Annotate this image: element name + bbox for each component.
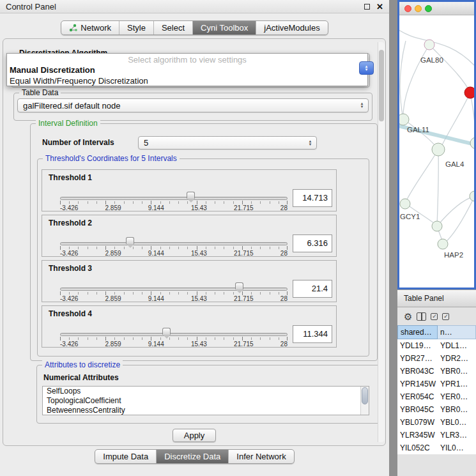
table-row[interactable]: YIL052C YIL0… <box>397 441 476 454</box>
threshold-label: Threshold 3 <box>49 264 92 273</box>
panel-scrollbar-thumb[interactable] <box>379 50 384 121</box>
attribute-list-item[interactable]: SelfLoops <box>43 387 369 396</box>
algorithm-dropdown-placeholder: Select algorithm to view settings <box>7 54 367 65</box>
threshold-slider[interactable]: -3.426 2.859 9.144 15.43 21.715 <box>60 284 288 303</box>
close-traffic-light-icon[interactable] <box>404 5 411 12</box>
attributes-group: Attributes to discretize Numerical Attri… <box>36 365 381 424</box>
slider-track[interactable] <box>60 242 288 245</box>
node[interactable] <box>399 114 409 125</box>
slider-scale-label: 21.715 <box>234 204 254 211</box>
slider-scale-label: -3.426 <box>60 204 78 211</box>
tab-cyni-toolbox[interactable]: Cyni Toolbox <box>192 21 256 35</box>
tab-select[interactable]: Select <box>153 21 192 35</box>
slider-scale-label: 28 <box>280 204 288 211</box>
threshold-slider-thumb[interactable] <box>126 237 134 248</box>
slider-ticks <box>60 292 288 295</box>
node-label-gal11: GAL11 <box>407 126 429 134</box>
top-tab-bar: Network Style Select Cyni Toolbox jActiv… <box>0 20 389 35</box>
threshold-slider-thumb[interactable] <box>187 192 195 203</box>
threshold-slider-thumb[interactable] <box>162 328 171 339</box>
cyni-toolbox-panel: Discretization Algorithm Select algorith… <box>3 38 386 446</box>
table-row[interactable]: YBR043C YBR0… <box>397 365 476 378</box>
threshold-slider[interactable]: -3.426 2.859 9.144 15.43 21.715 <box>60 238 288 257</box>
node[interactable] <box>432 221 442 231</box>
table-row[interactable]: YBL079W YBL0… <box>397 416 476 429</box>
table-row[interactable]: YER054C YER0… <box>397 390 476 403</box>
slider-scale-label: -3.426 <box>60 295 78 302</box>
tab-style[interactable]: Style <box>119 21 153 35</box>
node[interactable] <box>432 143 445 156</box>
gear-icon[interactable]: ⚙ <box>404 312 412 321</box>
slider-scale: -3.426 2.859 9.144 15.43 21.715 <box>60 295 288 302</box>
threshold-slider[interactable]: -3.426 2.859 9.144 15.43 21.715 <box>60 329 288 348</box>
thresholds-group-title: Threshold's Coordinates for 5 Intervals <box>43 154 180 163</box>
threshold-slider[interactable]: -3.426 2.859 9.144 15.43 21.715 <box>60 193 288 212</box>
table-row[interactable]: YBR045C YBR0… <box>397 403 476 416</box>
slider-ticks <box>60 337 288 340</box>
node[interactable] <box>470 137 474 149</box>
node[interactable] <box>438 239 448 249</box>
algorithm-combobox-button[interactable]: ▲▼ <box>359 61 374 75</box>
table-data-select[interactable]: galFiltered.sif default node ▲▼ <box>17 98 369 112</box>
columns-icon[interactable] <box>417 312 426 321</box>
apply-button[interactable]: Apply <box>173 429 217 442</box>
network-icon <box>69 24 77 32</box>
threshold-panel: Threshold 4 <box>42 305 337 348</box>
network-canvas[interactable]: GAL80 GAL11 GAL4 GCY1 HAP2 <box>399 15 474 288</box>
slider-track[interactable] <box>60 288 288 291</box>
network-view-window: GAL80 GAL11 GAL4 GCY1 HAP2 <box>397 0 476 289</box>
attributes-list: SelfLoops TopologicalCoefficient Between… <box>42 386 369 415</box>
slider-scale-label: 21.715 <box>234 341 254 348</box>
attribute-list-item[interactable]: TopologicalCoefficient <box>43 396 369 406</box>
slider-track[interactable] <box>60 197 288 200</box>
slider-scale-label: 15.43 <box>191 341 207 348</box>
tab-impute-data[interactable]: Impute Data <box>95 450 156 463</box>
table-row[interactable]: YPR145W YPR1… <box>397 378 476 390</box>
tab-discretize-data[interactable]: Discretize Data <box>156 450 228 463</box>
table-header-row: shared… n… <box>397 325 476 339</box>
threshold-value-input[interactable]: 6.316 <box>293 234 332 252</box>
num-intervals-select[interactable]: 5 ▲▼ <box>138 136 317 150</box>
slider-track[interactable] <box>60 333 288 336</box>
attributes-list-scrollbar[interactable] <box>360 387 369 415</box>
minimize-traffic-light-icon[interactable] <box>415 5 422 12</box>
table-data-group: Table Data galFiltered.sif default node … <box>13 93 372 121</box>
select-none-checkbox-icon[interactable]: ✓ <box>442 313 449 320</box>
table-data-value: galFiltered.sif default node <box>23 101 120 111</box>
node[interactable] <box>470 191 474 201</box>
table-row[interactable]: YDR27… YDR2… <box>397 352 476 365</box>
attribute-list-item[interactable]: BetweennessCentrality <box>43 406 369 415</box>
panel-scrollbar[interactable] <box>378 42 385 442</box>
node[interactable] <box>424 40 434 50</box>
table-toolbar: ⚙ ✓ ✓ <box>397 307 476 325</box>
threshold-label: Threshold 2 <box>49 219 92 227</box>
table-panel-title: Table Panel <box>404 294 444 303</box>
num-intervals-value: 5 <box>144 138 148 148</box>
zoom-traffic-light-icon[interactable] <box>425 5 432 12</box>
table-row[interactable]: YDL19… YDL1… <box>397 339 476 352</box>
selected-node[interactable] <box>464 87 474 98</box>
table-row[interactable]: YLR345W YLR3… <box>397 429 476 441</box>
control-panel-window: Control Panel ✕ Network Style Select <box>0 0 389 476</box>
node[interactable] <box>400 199 410 209</box>
select-all-checkbox-icon[interactable]: ✓ <box>431 313 438 320</box>
slider-scale-label: 28 <box>280 250 288 257</box>
table-body: YDL19… YDL1… YDR27… YDR2… YBR043C YBR0… … <box>397 339 476 454</box>
threshold-value-input[interactable]: 11.344 <box>293 325 332 343</box>
tab-jactivemodules[interactable]: jActiveModules <box>256 21 327 35</box>
numerical-attributes-label: Numerical Attributes <box>43 373 119 382</box>
threshold-value-input[interactable]: 21.4 <box>293 280 332 298</box>
algorithm-option-manual[interactable]: Manual Discretization <box>7 65 367 75</box>
column-header-shared-name[interactable]: shared… <box>397 325 438 339</box>
slider-scale-label: 21.715 <box>234 295 254 302</box>
slider-scale-label: 2.859 <box>105 250 121 257</box>
threshold-value-input[interactable]: 14.713 <box>293 189 332 207</box>
threshold-slider-thumb[interactable] <box>235 282 243 293</box>
tab-infer-network[interactable]: Infer Network <box>228 450 293 463</box>
float-window-icon[interactable] <box>364 4 370 10</box>
slider-scale-label: -3.426 <box>60 250 78 257</box>
tab-network[interactable]: Network <box>61 21 119 35</box>
close-icon[interactable]: ✕ <box>376 2 383 12</box>
column-header-name[interactable]: n… <box>438 325 476 339</box>
algorithm-option-equal-width[interactable]: Equal Width/Frequency Discretization <box>7 75 367 86</box>
